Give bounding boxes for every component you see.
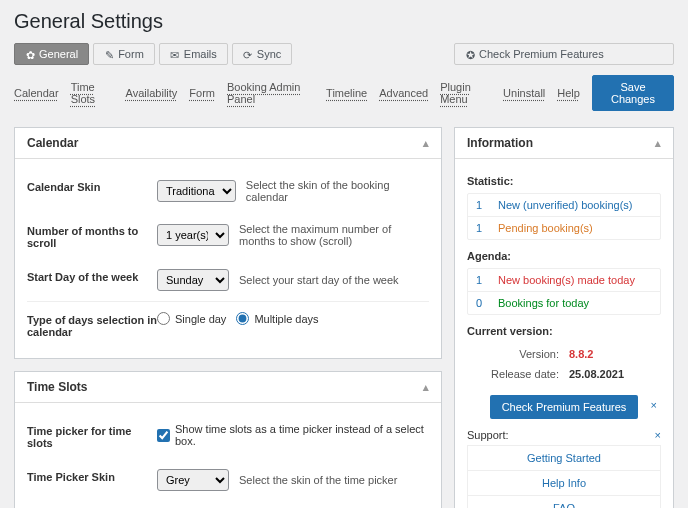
gear-icon: ✿: [25, 49, 35, 59]
premium-button[interactable]: Check Premium Features: [490, 395, 639, 419]
months-hint: Select the maximum number of months to s…: [239, 223, 429, 247]
star-icon: ✪: [465, 49, 475, 59]
daytype-label: Type of days selection in calendar: [27, 312, 157, 338]
info-title: Information: [467, 136, 533, 150]
picker-label: Time picker for time slots: [27, 423, 157, 449]
agenda-header: Agenda:: [467, 250, 661, 262]
toggle-icon[interactable]: ▴: [423, 381, 429, 394]
stat-count: 1: [476, 199, 490, 211]
stat-new-link[interactable]: New (unverified) booking(s): [498, 199, 633, 211]
tab-general[interactable]: ✿General: [14, 43, 89, 65]
mail-icon: ✉: [170, 49, 180, 59]
edit-icon: ✎: [104, 49, 114, 59]
subnav-help[interactable]: Help: [557, 87, 580, 99]
support-getting-started[interactable]: Getting Started: [468, 446, 660, 470]
tpskin-label: Time Picker Skin: [27, 469, 157, 483]
timeslots-title: Time Slots: [27, 380, 87, 394]
save-button[interactable]: Save Changes: [592, 75, 674, 111]
calendar-skin-hint: Select the skin of the booking calendar: [246, 179, 429, 203]
stat-count: 1: [476, 222, 490, 234]
startday-label: Start Day of the week: [27, 269, 157, 283]
ver-header: Current version:: [467, 325, 661, 337]
agenda-count: 1: [476, 274, 490, 286]
tpskin-hint: Select the skin of the time picker: [239, 474, 397, 486]
subnav: Calendar Time Slots Availability Form Bo…: [14, 71, 674, 119]
radio-single[interactable]: Single day: [157, 312, 226, 325]
startday-select[interactable]: Sunday: [157, 269, 229, 291]
stat-pending-link[interactable]: Pending booking(s): [498, 222, 593, 234]
rel-value: 25.08.2021: [565, 365, 659, 383]
tab-sync[interactable]: ⟳Sync: [232, 43, 292, 65]
refresh-icon: ⟳: [243, 49, 253, 59]
calendar-title: Calendar: [27, 136, 78, 150]
toggle-icon[interactable]: ▴: [423, 137, 429, 150]
tab-form[interactable]: ✎Form: [93, 43, 155, 65]
subnav-availability[interactable]: Availability: [126, 87, 178, 99]
subnav-calendar[interactable]: Calendar: [14, 87, 59, 99]
months-select[interactable]: 1 year(s): [157, 224, 229, 246]
subnav-admin[interactable]: Booking Admin Panel: [227, 81, 314, 105]
check-premium-button[interactable]: ✪Check Premium Features: [454, 43, 674, 65]
subnav-advanced[interactable]: Advanced: [379, 87, 428, 99]
toggle-icon[interactable]: ▴: [655, 137, 661, 150]
ver-label: Version:: [469, 345, 563, 363]
subnav-pluginmenu[interactable]: Plugin Menu: [440, 81, 491, 105]
ver-value: 8.8.2: [565, 345, 659, 363]
picker-checkbox[interactable]: Show time slots as a time picker instead…: [157, 423, 429, 447]
support-faq[interactable]: FAQ: [468, 495, 660, 508]
support-help-info[interactable]: Help Info: [468, 470, 660, 495]
subnav-uninstall[interactable]: Uninstall: [503, 87, 545, 99]
agenda-count: 0: [476, 297, 490, 309]
close-icon[interactable]: ×: [651, 399, 657, 411]
radio-multi[interactable]: Multiple days: [236, 312, 318, 325]
calendar-panel: Calendar▴ Calendar Skin Traditional Sele…: [14, 127, 442, 359]
tab-emails[interactable]: ✉Emails: [159, 43, 228, 65]
close-icon[interactable]: ×: [655, 429, 661, 441]
subnav-timeline[interactable]: Timeline: [326, 87, 367, 99]
subnav-form[interactable]: Form: [189, 87, 215, 99]
calendar-skin-label: Calendar Skin: [27, 179, 157, 193]
agenda-new-link[interactable]: New booking(s) made today: [498, 274, 635, 286]
startday-hint: Select your start day of the week: [239, 274, 399, 286]
rel-label: Release date:: [469, 365, 563, 383]
page-title: General Settings: [14, 10, 674, 33]
info-panel: Information▴ Statistic: 1New (unverified…: [454, 127, 674, 508]
agenda-today-link[interactable]: Bookings for today: [498, 297, 589, 309]
tabs-row: ✿General ✎Form ✉Emails ⟳Sync ✪Check Prem…: [14, 43, 674, 65]
months-label: Number of months to scroll: [27, 223, 157, 249]
calendar-skin-select[interactable]: Traditional: [157, 180, 236, 202]
timeslots-panel: Time Slots▴ Time picker for time slots S…: [14, 371, 442, 508]
support-header: Support:: [467, 429, 509, 441]
stat-header: Statistic:: [467, 175, 661, 187]
tpskin-select[interactable]: Grey: [157, 469, 229, 491]
subnav-timeslots[interactable]: Time Slots: [71, 81, 114, 105]
